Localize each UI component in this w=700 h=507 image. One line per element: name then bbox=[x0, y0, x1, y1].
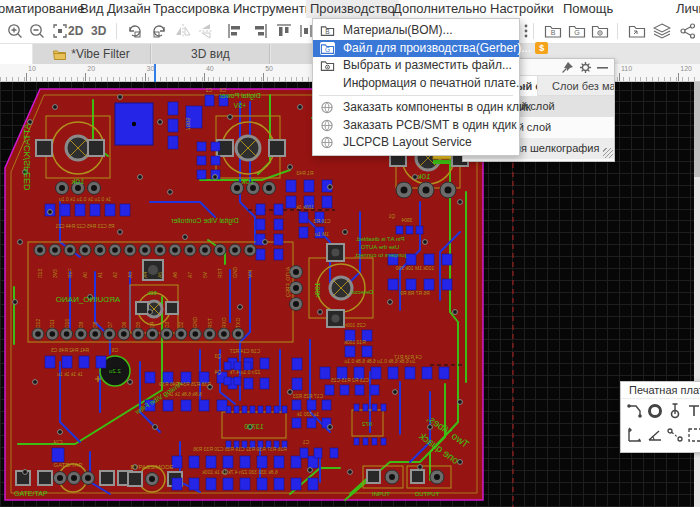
pcb-silk-label: C16 R3 bbox=[313, 218, 330, 224]
nano-pin-label: A0 bbox=[82, 272, 88, 278]
nano-pin-label: A7 bbox=[187, 272, 193, 278]
nano-pin-label: TXD bbox=[235, 318, 241, 328]
pin-icon[interactable] bbox=[561, 61, 574, 74]
dimension-tool-icon[interactable] bbox=[625, 423, 645, 447]
menu-option-order-components[interactable]: Заказать компоненты в один клик bbox=[313, 99, 519, 117]
pcb-silk-label: ARDUINO_NANO bbox=[56, 295, 120, 304]
solid-region-tool-icon[interactable] bbox=[685, 423, 700, 447]
ruler-tick bbox=[26, 73, 27, 81]
pcb-silk-label: 100k 1k bbox=[296, 204, 314, 210]
via-tool-icon[interactable] bbox=[665, 399, 685, 423]
tab-label: *Vibe Filter bbox=[71, 47, 129, 61]
align-top-icon[interactable] bbox=[274, 21, 294, 41]
gerber-folder-icon[interactable]: G bbox=[567, 21, 587, 41]
menu-option-gerber[interactable]: G Файл для производства(Gerber)... $ bbox=[313, 40, 519, 58]
pcb-silk-label: C6 bbox=[112, 347, 119, 353]
paid-badge: $ bbox=[535, 42, 548, 54]
menu-item-production[interactable]: Производство bbox=[306, 0, 399, 18]
menu-item-tools[interactable]: Инструменты bbox=[229, 0, 318, 18]
rotate-cw-icon[interactable] bbox=[149, 21, 169, 41]
menu-option-label: Материалы(BOM)... bbox=[343, 22, 453, 40]
open-folder-icon[interactable] bbox=[627, 21, 647, 41]
menu-item-routing[interactable]: Трассировка bbox=[149, 0, 234, 18]
ruler-number: 110 bbox=[621, 65, 632, 72]
tab-vibe-filter[interactable]: *Vibe Filter bbox=[33, 44, 151, 64]
ruler-tick bbox=[145, 73, 146, 81]
share-icon[interactable] bbox=[678, 21, 698, 41]
pcb-silk-label: 100k bbox=[314, 282, 321, 298]
menu-option-label: Выбрать и разместить файл... bbox=[343, 57, 512, 75]
pcb-silk-label: INPUT bbox=[372, 491, 390, 497]
zoom-out-icon[interactable] bbox=[27, 21, 47, 41]
nano-pin-label: A1 bbox=[97, 272, 103, 278]
pcb-silk-label: R1 R43 bbox=[296, 170, 313, 176]
view-2d-button[interactable]: 2D bbox=[68, 21, 83, 41]
pcb-silk-label: Use the AUTO bbox=[360, 244, 399, 250]
menu-item-help[interactable]: Помощь bbox=[559, 0, 617, 18]
nano-pin-label: RST bbox=[217, 268, 223, 278]
circle-tool-icon[interactable] bbox=[645, 399, 665, 423]
pcb-silk-label: C8 bbox=[220, 87, 227, 93]
menu-item-settings[interactable]: Настройки bbox=[486, 0, 558, 18]
flip-vertical-icon[interactable] bbox=[196, 21, 216, 41]
panel-resize-handle[interactable] bbox=[603, 148, 613, 158]
nano-pin-label: D4 bbox=[149, 321, 155, 328]
pcb-silk-label: 10k bbox=[417, 172, 431, 181]
nano-pin-label: GND bbox=[192, 317, 198, 329]
nano-pin-label: 5V bbox=[202, 271, 208, 278]
gear-icon[interactable] bbox=[579, 61, 592, 74]
layers-icon[interactable] bbox=[652, 21, 672, 41]
nano-pin-label: D3 bbox=[164, 321, 170, 328]
nano-pin-label: A5 bbox=[157, 272, 163, 278]
tab-unmasked-layers[interactable]: Слои без маски bbox=[537, 76, 614, 96]
pcb-toolbox-panel: Печатная плата bbox=[620, 381, 700, 453]
toolbar-separator bbox=[116, 23, 117, 39]
menu-option-board-info[interactable]: Информация о печатной плате... bbox=[313, 75, 519, 93]
zoom-in-icon[interactable] bbox=[5, 21, 25, 41]
menu-item-account[interactable]: Личн bbox=[672, 0, 700, 18]
pick-place-folder-icon[interactable] bbox=[590, 21, 610, 41]
nano-pin-label: D10 bbox=[64, 319, 70, 328]
track-tool-icon[interactable] bbox=[625, 399, 645, 423]
angle-tool-icon[interactable] bbox=[645, 423, 665, 447]
nano-pin-label: D2 bbox=[178, 321, 184, 328]
pcb-silk-label: 22n 0.1u 4.7k bbox=[229, 369, 260, 375]
pcb-silk-label: R6 R7 R8 R9 bbox=[400, 290, 430, 296]
pcb-silk-label: R16 R37 R30 R32 C19 R35 C20 R33 R36 bbox=[193, 446, 287, 452]
blue-trimmer bbox=[115, 103, 153, 145]
text-tool-icon[interactable] bbox=[685, 399, 700, 423]
pcb-silk-label: Q3 bbox=[214, 353, 221, 359]
globe-icon bbox=[320, 119, 335, 132]
align-left-icon[interactable] bbox=[225, 21, 245, 41]
pcb-silk-label: 6.8k 330 330 22n 4.7k 1u 1k 100k bbox=[202, 469, 278, 475]
scrollbar-thumb[interactable] bbox=[694, 82, 700, 177]
pcb-silk-label: Detector bbox=[351, 289, 374, 295]
rotate-ccw-icon[interactable] bbox=[125, 21, 145, 41]
pcb-silk-label: 1M 1u bbox=[315, 231, 329, 237]
nano-pin-label: VIN bbox=[247, 269, 253, 278]
connection-tool-icon[interactable] bbox=[665, 423, 685, 447]
menu-item-design[interactable]: Дизайн bbox=[103, 0, 155, 18]
menu-item-advanced[interactable]: Дополнительно bbox=[389, 0, 491, 18]
flip-horizontal-icon[interactable] bbox=[173, 21, 193, 41]
menu-option-bom[interactable]: B Материалы(BOM)... bbox=[313, 22, 519, 40]
zoom-fit-icon[interactable] bbox=[50, 21, 70, 41]
menu-option-label: JLCPCB Layout Service bbox=[343, 134, 472, 152]
nano-pin-label: A3 bbox=[127, 272, 133, 278]
pcb-silk-label: R38 R26 R34 R40 R39 bbox=[159, 381, 211, 387]
menu-option-order-pcb[interactable]: Заказать PCB/SMT в один кдик bbox=[313, 117, 519, 135]
production-dropdown-menu: B Материалы(BOM)... G Файл для производс… bbox=[312, 18, 520, 156]
ruler-tick bbox=[263, 73, 264, 81]
view-3d-button[interactable]: 3D bbox=[91, 21, 106, 41]
ruler-tick bbox=[619, 73, 620, 81]
menu-option-pick-place[interactable]: Выбрать и разместить файл... bbox=[313, 57, 519, 75]
folder-place-icon bbox=[320, 59, 335, 72]
align-right-icon[interactable] bbox=[250, 21, 270, 41]
pcb-silk-label: C17 R25 R23 bbox=[293, 393, 324, 399]
bom-folder-icon[interactable]: B bbox=[543, 21, 563, 41]
tab-3d-view[interactable]: 3D вид bbox=[152, 44, 270, 64]
menu-option-jlcpcb-layout[interactable]: JLCPCB Layout Service bbox=[313, 134, 519, 152]
nano-pin-label: A6 bbox=[172, 272, 178, 278]
minimize-icon[interactable] bbox=[596, 61, 609, 74]
ruler-tick bbox=[678, 73, 679, 81]
